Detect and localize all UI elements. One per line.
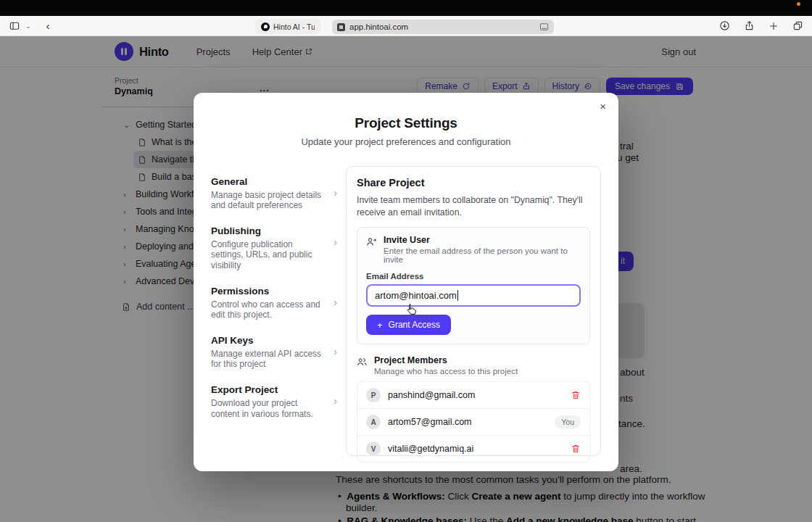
settings-nav-general[interactable]: General Manage basic project details and…	[211, 176, 339, 210]
email-input[interactable]: artom@hintoai.com	[366, 284, 581, 307]
sidebar-toggle-icon[interactable]	[9, 20, 20, 31]
member-email: vitalii@getdynamiq.ai	[388, 444, 563, 454]
chevron-right-icon: ›	[334, 237, 337, 247]
downloads-icon[interactable]	[719, 20, 730, 31]
share-project-title: Share Project	[357, 177, 590, 188]
tab-favicon-icon	[261, 22, 270, 31]
users-icon	[357, 355, 368, 368]
share-project-panel: Share Project Invite team members to col…	[346, 166, 601, 456]
member-row: P panshind@gmail.com	[357, 382, 589, 408]
recording-indicator-dot	[797, 2, 800, 6]
members-list: P panshind@gmail.com A artom57@gmail.com…	[357, 381, 590, 463]
chevron-right-icon: ›	[334, 297, 337, 307]
delete-member-icon[interactable]	[571, 444, 581, 454]
site-icon	[337, 23, 345, 31]
member-row: A artom57@gmail.com You	[357, 408, 589, 435]
chevron-right-icon: ›	[334, 396, 337, 406]
invite-user-desc: Enter the email address of the person yo…	[384, 246, 581, 264]
mouse-cursor	[405, 303, 418, 316]
delete-member-icon[interactable]	[571, 390, 581, 400]
back-icon[interactable]: ‹	[46, 20, 50, 31]
modal-title: Project Settings	[194, 115, 618, 131]
settings-nav: General Manage basic project details and…	[211, 166, 339, 456]
chevron-right-icon: ›	[334, 347, 337, 357]
chevron-right-icon: ›	[334, 188, 337, 198]
avatar: P	[366, 388, 381, 402]
share-icon[interactable]	[744, 20, 755, 31]
browser-toolbar: ⌄ ‹ Hinto AI - Turn... app.hintoai.com	[0, 16, 812, 36]
close-icon[interactable]: ×	[600, 101, 606, 112]
project-settings-modal: × Project Settings Update your project p…	[194, 93, 618, 471]
member-email: artom57@gmail.com	[388, 417, 547, 427]
invite-user-title: Invite User	[384, 235, 581, 245]
avatar: A	[366, 415, 381, 429]
text-caret	[457, 290, 458, 301]
member-row: V vitalii@getdynamiq.ai	[357, 435, 589, 462]
address-bar[interactable]: app.hintoai.com	[332, 20, 554, 34]
member-email: panshind@gmail.com	[388, 390, 563, 400]
tab-title: Hinto AI - Turn...	[273, 22, 315, 31]
settings-nav-publishing[interactable]: Publishing Configure publication setting…	[211, 225, 339, 270]
share-project-desc: Invite team members to collaborate on "D…	[357, 194, 590, 218]
modal-subtitle: Update your project preferences and conf…	[194, 136, 618, 147]
plus-icon: +	[377, 320, 383, 330]
invite-user-card: Invite User Enter the email address of t…	[357, 227, 590, 344]
browser-tab[interactable]: Hinto AI - Turn...	[255, 19, 320, 34]
email-address-label: Email Address	[366, 272, 581, 281]
new-tab-icon[interactable]	[768, 21, 779, 31]
reader-mode-icon[interactable]	[539, 22, 549, 31]
settings-nav-permissions[interactable]: Permissions Control who can access and e…	[211, 286, 339, 320]
you-badge: You	[555, 415, 581, 428]
tab-overview-icon[interactable]	[792, 20, 803, 31]
project-members-title: Project Members	[374, 355, 518, 365]
grant-access-button[interactable]: + Grant Access	[366, 315, 451, 335]
project-members-desc: Manage who has access to this project	[374, 367, 518, 376]
url-text: app.hintoai.com	[349, 22, 535, 31]
settings-nav-export-project[interactable]: Export Project Download your project con…	[211, 384, 339, 418]
toolbar-chevron-down-icon[interactable]: ⌄	[25, 22, 31, 30]
settings-nav-api-keys[interactable]: API Keys Manage external API access for …	[211, 335, 339, 369]
avatar: V	[366, 442, 381, 456]
menu-bar	[0, 0, 812, 16]
user-plus-icon	[366, 235, 377, 247]
